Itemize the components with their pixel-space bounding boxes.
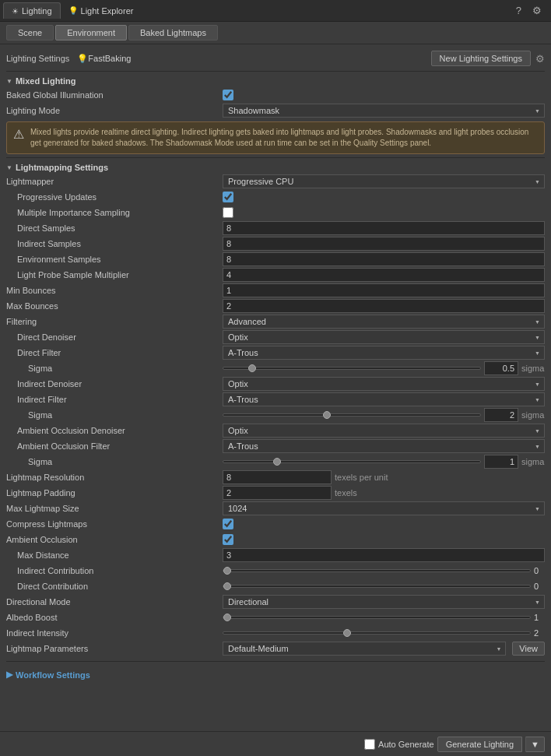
lighting-mode-dropdown-wrapper[interactable]: Shadowmask xyxy=(223,104,545,118)
max-bounces-input[interactable] xyxy=(223,299,545,313)
indirect-denoiser-dropdown-wrapper[interactable]: Optix xyxy=(223,377,545,391)
lighting-tab-icon: ☀ xyxy=(12,7,19,16)
generate-lighting-arrow[interactable]: ▼ xyxy=(525,737,545,752)
indirect-filter-dropdown[interactable]: A-Trous xyxy=(223,392,545,406)
environment-samples-input[interactable] xyxy=(223,252,545,266)
ao-sigma-input[interactable] xyxy=(484,455,518,469)
ao-filter-value: A-Trous xyxy=(223,439,545,453)
max-bounces-label: Max Bounces xyxy=(6,301,223,311)
view-button[interactable]: View xyxy=(512,642,545,656)
progressive-updates-checkbox[interactable] xyxy=(223,192,233,202)
max-bounces-row: Max Bounces xyxy=(6,298,545,314)
indirect-intensity-slider[interactable] xyxy=(223,631,531,635)
filtering-row: Filtering Advanced xyxy=(6,314,545,329)
divider-1 xyxy=(6,71,545,72)
warning-text: Mixed lights provide realtime direct lig… xyxy=(30,127,538,149)
direct-sigma-value: sigma xyxy=(223,361,545,375)
progressive-updates-label: Progressive Updates xyxy=(6,192,223,202)
lightmapping-header[interactable]: ▼ Lightmapping Settings xyxy=(6,160,545,174)
ao-filter-dropdown[interactable]: A-Trous xyxy=(223,439,545,453)
directional-mode-dropdown[interactable]: Directional xyxy=(223,595,545,609)
workflow-triangle: ▶ xyxy=(6,670,12,680)
auto-generate-checkbox[interactable] xyxy=(364,739,375,750)
mis-checkbox[interactable] xyxy=(223,207,233,218)
baked-gi-checkbox[interactable] xyxy=(223,90,233,100)
max-distance-value xyxy=(223,548,545,562)
lightmapper-dropdown[interactable]: Progressive CPU xyxy=(223,174,545,188)
filtering-dropdown[interactable]: Advanced xyxy=(223,315,545,329)
scroll-area[interactable]: Lighting Settings 💡FastBaking New Lighti… xyxy=(0,44,551,723)
lp-multiplier-input[interactable] xyxy=(223,268,545,282)
filtering-dropdown-wrapper[interactable]: Advanced xyxy=(223,315,545,329)
workflow-header[interactable]: ▶ Workflow Settings xyxy=(6,666,545,681)
environment-tab[interactable]: Environment xyxy=(55,25,127,40)
direct-denoiser-dropdown[interactable]: Optix xyxy=(223,330,545,344)
ao-filter-dropdown-wrapper[interactable]: A-Trous xyxy=(223,439,545,453)
direct-contribution-row: Direct Contribution 0 xyxy=(6,578,545,594)
direct-filter-dropdown[interactable]: A-Trous xyxy=(223,346,545,360)
lm-params-dropdown[interactable]: Default-Medium xyxy=(223,642,506,656)
compress-lm-checkbox[interactable] xyxy=(223,519,233,529)
mixed-lighting-header[interactable]: ▼ Mixed Lighting xyxy=(6,73,545,87)
direct-filter-dropdown-wrapper[interactable]: A-Trous xyxy=(223,346,545,360)
lm-padding-input[interactable] xyxy=(223,486,332,500)
lighting-mode-dropdown[interactable]: Shadowmask xyxy=(223,104,545,118)
lm-params-dropdown-wrapper[interactable]: Default-Medium xyxy=(223,642,506,656)
baked-gi-row: Baked Global Illumination xyxy=(6,87,545,103)
ao-sigma-slider[interactable] xyxy=(223,460,481,463)
direct-sigma-slider[interactable] xyxy=(223,367,481,370)
lm-resolution-input[interactable] xyxy=(223,470,332,484)
indirect-samples-input[interactable] xyxy=(223,237,545,251)
albedo-boost-slider[interactable] xyxy=(223,616,531,619)
indirect-intensity-value: 2 xyxy=(223,628,545,638)
ao-checkbox[interactable] xyxy=(223,534,233,545)
scene-tab[interactable]: Scene xyxy=(6,25,54,40)
indirect-sigma-input[interactable] xyxy=(484,408,518,422)
generate-lighting-button[interactable]: Generate Lighting xyxy=(437,737,522,752)
baked-lightmaps-tab[interactable]: Baked Lightmaps xyxy=(128,25,218,40)
max-lm-size-dropdown[interactable]: 1024 xyxy=(223,501,545,515)
indirect-contribution-label: Indirect Contribution xyxy=(6,566,223,575)
indirect-sigma-slider[interactable] xyxy=(223,413,481,417)
filtering-label: Filtering xyxy=(6,317,223,326)
indirect-contribution-slider-container: 0 xyxy=(223,566,545,575)
question-button[interactable]: ? xyxy=(513,3,525,18)
settings-gear-icon[interactable]: ⚙ xyxy=(535,53,545,65)
min-bounces-input[interactable] xyxy=(223,283,545,297)
auto-generate-label: Auto Generate xyxy=(378,740,434,749)
lp-multiplier-value xyxy=(223,268,545,282)
ao-denoiser-dropdown-wrapper[interactable]: Optix xyxy=(223,424,545,438)
tab-lighting[interactable]: ☀ Lighting xyxy=(3,2,61,19)
ao-filter-row: Ambient Occlusion Filter A-Trous xyxy=(6,438,545,454)
mis-row: Multiple Importance Sampling xyxy=(6,205,545,220)
indirect-contribution-value: 0 xyxy=(223,566,545,575)
direct-samples-input[interactable] xyxy=(223,221,545,235)
directional-mode-dropdown-wrapper[interactable]: Directional xyxy=(223,595,545,609)
light-explorer-icon: 💡 xyxy=(68,6,78,15)
indirect-denoiser-dropdown[interactable]: Optix xyxy=(223,377,545,391)
max-distance-input[interactable] xyxy=(223,548,545,562)
environment-samples-row: Environment Samples xyxy=(6,251,545,267)
lighting-preset-value: 💡FastBaking xyxy=(77,54,131,64)
indirect-contribution-slider[interactable] xyxy=(223,569,531,572)
direct-denoiser-dropdown-wrapper[interactable]: Optix xyxy=(223,330,545,344)
ao-denoiser-dropdown[interactable]: Optix xyxy=(223,424,545,438)
indirect-sigma-row: Sigma sigma xyxy=(6,407,545,423)
indirect-filter-label: Indirect Filter xyxy=(6,395,223,404)
direct-sigma-input[interactable] xyxy=(484,361,518,375)
direct-contribution-slider[interactable] xyxy=(223,585,531,588)
indirect-samples-label: Indirect Samples xyxy=(6,239,223,248)
new-lighting-settings-button[interactable]: New Lighting Settings xyxy=(431,51,531,66)
tab-light-explorer[interactable]: 💡 Light Explorer xyxy=(61,3,142,19)
indirect-filter-dropdown-wrapper[interactable]: A-Trous xyxy=(223,392,545,406)
indirect-sigma-slider-container: sigma xyxy=(223,408,545,422)
max-lm-size-dropdown-wrapper[interactable]: 1024 xyxy=(223,501,545,515)
lightmapper-label: Lightmapper xyxy=(6,177,223,186)
lightmapping-title: Lightmapping Settings xyxy=(16,163,108,172)
lm-padding-row: Lightmap Padding texels xyxy=(6,485,545,501)
gear-button[interactable]: ⚙ xyxy=(529,3,545,18)
warning-icon: ⚠ xyxy=(13,127,24,142)
progressive-updates-value xyxy=(223,192,545,202)
directional-mode-value: Directional xyxy=(223,595,545,609)
lightmapper-dropdown-wrapper[interactable]: Progressive CPU xyxy=(223,174,545,188)
